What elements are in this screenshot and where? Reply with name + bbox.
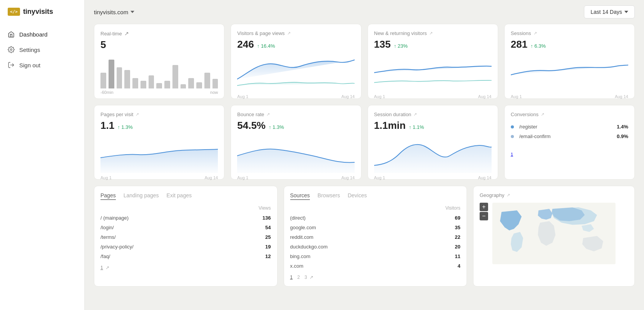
sources-ext-icon[interactable]: ↗ xyxy=(309,275,313,280)
conversion-dot xyxy=(511,125,514,128)
bounce-date-labels: Aug 1 Aug 14 xyxy=(237,175,355,180)
pages-table: / (mainpage)136/login/54/terms/25/privac… xyxy=(100,213,271,261)
page-path: /faq/ xyxy=(100,253,110,259)
sources-page-1[interactable]: 1 xyxy=(290,275,293,280)
realtime-trend-icon: ↗ xyxy=(124,30,129,37)
source-name: x.com xyxy=(290,263,304,269)
bar xyxy=(212,79,218,88)
conversions-list: /register 1.4% /email-confirm 0.9% xyxy=(511,122,628,141)
visitors-date-labels: Aug 1 Aug 14 xyxy=(237,94,355,99)
new-returning-date-labels: Aug 1 Aug 14 xyxy=(374,94,492,99)
pages-card: PagesLanding pagesExit pages Views / (ma… xyxy=(94,186,278,287)
middle-cards-row: Pages per visit ↗ 1.1 ↑ 1.3% xyxy=(94,105,635,180)
sources-page-3[interactable]: 3 xyxy=(304,275,307,280)
map-controls: + − xyxy=(480,203,488,220)
new-returning-svg xyxy=(374,53,492,92)
ppv-title: Pages per visit ↗ xyxy=(100,112,218,117)
realtime-label-end: now xyxy=(210,90,218,95)
sources-page-2[interactable]: 2 xyxy=(297,275,300,280)
pages-tab-pages[interactable]: Pages xyxy=(100,192,116,200)
sources-table: (direct)69google.com35reddit.com22duckdu… xyxy=(290,213,461,271)
sources-card: SourcesBrowsersDevices Visitors (direct)… xyxy=(284,186,467,287)
sources-tab-sources[interactable]: Sources xyxy=(290,192,310,200)
sources-tab-browsers[interactable]: Browsers xyxy=(318,192,340,200)
ppv-date-labels: Aug 1 Aug 14 xyxy=(100,175,218,180)
realtime-value: 5 xyxy=(100,39,218,51)
bar xyxy=(196,82,202,88)
pages-tab-exit-pages[interactable]: Exit pages xyxy=(167,192,192,200)
ppv-date-start: Aug 1 xyxy=(100,175,112,180)
geography-title: Geography ↗ xyxy=(480,192,628,198)
sessions-ext-icon[interactable]: ↗ xyxy=(534,31,537,36)
conversion-name: /register xyxy=(511,124,617,130)
bounce-value: 54.5% ↑ 1.3% xyxy=(237,120,355,132)
pages-tab-landing-pages[interactable]: Landing pages xyxy=(124,192,159,200)
sessions-change: ↑ 6.3% xyxy=(530,43,546,49)
page-views: 19 xyxy=(265,244,271,250)
conversions-ext-icon[interactable]: ↗ xyxy=(541,112,544,117)
sidebar-item-signout[interactable]: Sign out xyxy=(0,57,84,73)
visitors-ext-icon[interactable]: ↗ xyxy=(287,31,291,36)
sessions-date-end: Aug 14 xyxy=(615,94,628,99)
sd-title: Session duration ↗ xyxy=(374,112,492,117)
pages-ext-link-icon[interactable]: ↗ xyxy=(105,265,109,270)
new-returning-title: New & returning visitors ↗ xyxy=(374,30,492,36)
realtime-chart-labels: -60min now xyxy=(100,90,218,95)
realtime-label-start: -60min xyxy=(100,90,114,95)
source-row: reddit.com22 xyxy=(290,232,461,242)
pages-page-1[interactable]: 1 xyxy=(100,265,103,270)
sources-pagination: 1 2 3↗ xyxy=(290,275,461,280)
sd-ext-icon[interactable]: ↗ xyxy=(413,112,417,117)
source-name: google.com xyxy=(290,225,316,230)
page-row: /privacy-policy/19 xyxy=(100,242,271,252)
visitors-chart: Aug 1 Aug 14 xyxy=(237,53,355,92)
realtime-bar-chart xyxy=(100,54,218,88)
bar xyxy=(188,78,194,88)
ppv-date-end: Aug 14 xyxy=(204,175,218,180)
conversion-value: 0.9% xyxy=(617,133,628,139)
session-duration-card: Session duration ↗ 1.1min ↑ 1.1% xyxy=(368,105,498,180)
conversion-dot xyxy=(511,135,514,138)
page-views: 25 xyxy=(265,234,271,240)
logo-text: tinyvisits xyxy=(23,8,53,16)
source-name: duckduckgo.com xyxy=(290,244,328,250)
sidebar-item-settings[interactable]: Settings xyxy=(0,42,84,57)
page-path: / (mainpage) xyxy=(100,215,129,221)
sidebar-item-dashboard[interactable]: Dashboard xyxy=(0,27,84,42)
svg-point-0 xyxy=(10,49,12,51)
new-returning-ext-icon[interactable]: ↗ xyxy=(429,31,433,36)
new-returning-value: 135 ↑ 23% xyxy=(374,38,492,50)
bounce-ext-icon[interactable]: ↗ xyxy=(266,112,270,117)
sd-chart: Aug 1 Aug 14 xyxy=(374,135,492,173)
page-row: /faq/12 xyxy=(100,252,271,261)
source-row: x.com4 xyxy=(290,261,461,271)
bar xyxy=(117,67,122,88)
date-range-button[interactable]: Last 14 Days xyxy=(584,5,635,18)
sd-date-end: Aug 14 xyxy=(478,175,492,180)
source-row: (direct)69 xyxy=(290,213,461,223)
bar xyxy=(204,73,210,88)
conversions-pagination: 1 xyxy=(511,152,628,157)
new-returning-chart: Aug 1 Aug 14 xyxy=(374,53,492,92)
bar xyxy=(156,83,162,88)
visitors-card: Visitors & page views ↗ 246 ↑ 16.4% xyxy=(231,24,361,99)
page-path: /privacy-policy/ xyxy=(100,244,134,250)
source-count: 4 xyxy=(458,263,460,269)
realtime-title: Real-time ↗ xyxy=(100,30,218,37)
geography-map: + − xyxy=(480,203,628,264)
ppv-ext-icon[interactable]: ↗ xyxy=(135,112,139,117)
world-map-svg xyxy=(480,203,628,264)
site-selector[interactable]: tinyvisits.com xyxy=(94,9,134,15)
bounce-date-end: Aug 14 xyxy=(341,175,355,180)
map-zoom-in-button[interactable]: + xyxy=(480,203,488,211)
conversions-page-1[interactable]: 1 xyxy=(511,152,513,157)
source-row: duckduckgo.com20 xyxy=(290,242,461,252)
map-zoom-out-button[interactable]: − xyxy=(480,212,488,220)
bounce-chart: Aug 1 Aug 14 xyxy=(237,135,355,173)
conversion-value: 1.4% xyxy=(617,124,628,130)
sources-tab-devices[interactable]: Devices xyxy=(348,192,367,200)
geography-ext-icon[interactable]: ↗ xyxy=(507,193,510,198)
sidebar-nav: Dashboard Settings Sign out xyxy=(0,27,84,73)
visitors-date-start: Aug 1 xyxy=(237,94,248,99)
bounce-date-start: Aug 1 xyxy=(237,175,248,180)
